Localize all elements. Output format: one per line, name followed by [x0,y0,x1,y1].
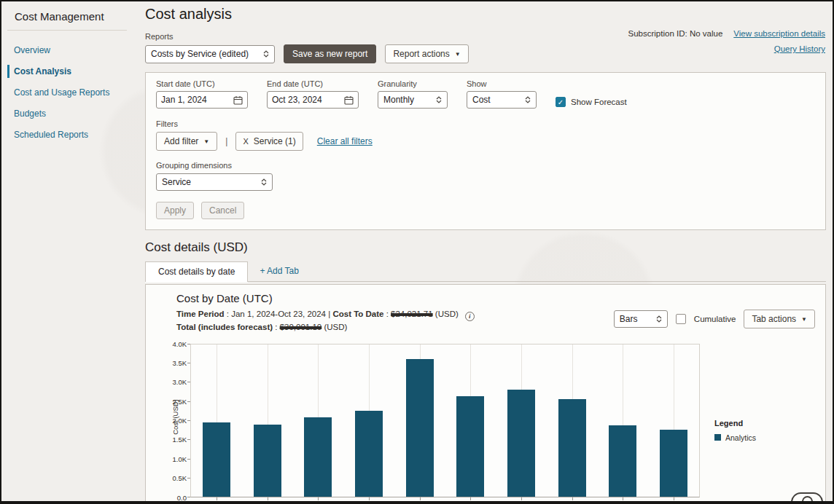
start-date-input[interactable]: Jan 1, 2024 [156,91,248,109]
grouping-dimensions-select[interactable]: Service [156,173,273,191]
y-tick-mark [187,497,190,497]
bar-slot-jul [496,344,547,497]
chart-controls: Bars Cumulative Tab actions ▼ [614,310,815,328]
y-tick-mark [187,478,190,479]
add-filter-button[interactable]: Add filter ▼ [156,132,217,151]
chart-bar-jun[interactable] [456,396,484,497]
granularity-field: Granularity Monthly [378,79,448,109]
bar-chart: Cost (USD) 0.00.5K1.0K1.5K2.0K2.5K3.0K3.… [176,344,817,504]
tab-bar: Cost details by date + Add Tab [145,261,826,282]
y-tick-label: 2.5K [172,397,187,405]
clear-all-filters-link[interactable]: Clear all filters [317,136,373,146]
granularity-select[interactable]: Monthly [378,91,448,109]
cost-details-heading: Cost details (USD) [145,240,826,255]
cost-to-date-value: $24,021.71 [391,310,433,318]
total-forecast-label: Total (includes forecast) [176,323,273,331]
filter-separator: | [225,136,227,146]
y-tick-label: 2.0K [172,417,187,425]
sidebar: Cost Management Overview Cost Analysis C… [1,1,134,501]
calendar-icon[interactable] [344,95,354,105]
legend-item[interactable]: Analytics [714,433,756,442]
show-forecast-label: Show Forecast [571,98,627,106]
start-date-value: Jan 1, 2024 [161,95,207,105]
chart-bar-aug[interactable] [558,399,586,497]
cumulative-checkbox[interactable] [676,314,686,324]
chart-bar-jan[interactable] [203,422,230,497]
sidebar-item-cost-usage-reports[interactable]: Cost and Usage Reports [7,86,134,99]
legend-label: Analytics [725,433,756,442]
sidebar-item-cost-analysis[interactable]: Cost Analysis [7,65,134,78]
chart-bar-oct[interactable] [660,430,687,496]
page-title: Cost analysis [145,6,826,23]
chart-bar-may[interactable] [406,359,434,496]
x-tick-mark [268,497,268,500]
end-date-input[interactable]: Oct 23, 2024 [267,91,359,109]
filter-panel: Start date (UTC) Jan 1, 2024 End date (U… [145,72,826,230]
chart-legend: Legend Analytics [714,419,756,442]
report-actions-button[interactable]: Report actions ▼ [385,44,468,63]
show-label: Show [467,79,537,88]
sidebar-nav: Overview Cost Analysis Cost and Usage Re… [7,44,134,141]
subscription-id-text: Subscription ID: No value [628,29,723,38]
sidebar-item-scheduled-reports[interactable]: Scheduled Reports [7,128,134,141]
remove-filter-icon[interactable]: X [243,137,248,146]
legend-title: Legend [714,419,756,428]
x-tick-mark [470,497,471,500]
chart-bar-jul[interactable] [507,390,535,497]
query-history-link[interactable]: Query History [774,44,825,53]
reports-select[interactable]: Costs by Service (edited) [145,45,275,63]
separator: : [273,323,280,331]
y-tick-label: 3.5K [172,358,187,366]
chart-type-select[interactable]: Bars [614,310,668,328]
show-select[interactable]: Cost [467,91,537,109]
add-tab-button[interactable]: + Add Tab [248,261,299,281]
service-filter-chip[interactable]: X Service (1) [235,132,303,151]
filters-label: Filters [156,119,815,128]
chart-bar-sep[interactable] [609,425,636,497]
tab-cost-details-by-date[interactable]: Cost details by date [145,261,248,282]
sidebar-item-overview[interactable]: Overview [7,44,134,57]
show-field: Show Cost [467,79,537,109]
cancel-button[interactable]: Cancel [201,202,244,219]
chart-bar-feb[interactable] [254,425,281,496]
add-filter-label: Add filter [164,136,198,146]
view-subscription-link[interactable]: View subscription details [733,29,825,38]
save-as-new-report-button[interactable]: Save as new report [284,44,376,63]
main-content: Cost analysis Subscription ID: No value … [135,1,831,501]
y-tick-mark [187,420,190,421]
y-axis-ticks: 0.00.5K1.0K1.5K2.0K2.5K3.0K3.5K4.0K [163,344,187,497]
sidebar-divider [7,30,127,31]
report-actions-label: Report actions [393,49,449,59]
x-tick-mark [623,497,623,500]
legend-items: Analytics [714,433,756,442]
feedback-button[interactable] [791,492,823,504]
apply-button[interactable]: Apply [156,202,194,219]
granularity-label: Granularity [378,79,448,88]
cost-to-date-label: Cost To Date [332,310,383,318]
x-tick-mark [318,497,319,500]
y-tick-mark [187,344,190,344]
calendar-icon[interactable] [233,95,243,105]
bar-slot-oct [648,344,699,497]
y-tick-label: 0.5K [172,474,187,482]
y-tick-label: 4.0K [172,339,187,347]
bar-slot-sep [598,344,649,497]
x-tick-mark [521,497,522,500]
bar-slot-jan [191,344,242,497]
usd-suffix: (USD) [321,323,347,331]
chart-bar-mar[interactable] [304,417,332,496]
show-forecast-checkbox[interactable]: ✓ [556,97,566,107]
usd-suffix: (USD) [433,310,459,318]
time-period-value: Jan 1, 2024-Oct 23, 2024 [231,310,326,318]
info-icon[interactable]: i [465,312,475,321]
show-forecast-group: ✓ Show Forecast [556,95,627,109]
tab-actions-button[interactable]: Tab actions ▼ [744,310,815,328]
y-tick-label: 0.0 [177,493,187,501]
sidebar-title: Cost Management [1,1,134,23]
bar-slot-jun [445,344,496,497]
start-date-field: Start date (UTC) Jan 1, 2024 [156,79,248,109]
reports-select-value: Costs by Service (edited) [151,49,249,59]
sidebar-item-budgets[interactable]: Budgets [7,107,134,120]
separator: | [326,310,332,318]
chart-bar-apr[interactable] [355,411,383,497]
